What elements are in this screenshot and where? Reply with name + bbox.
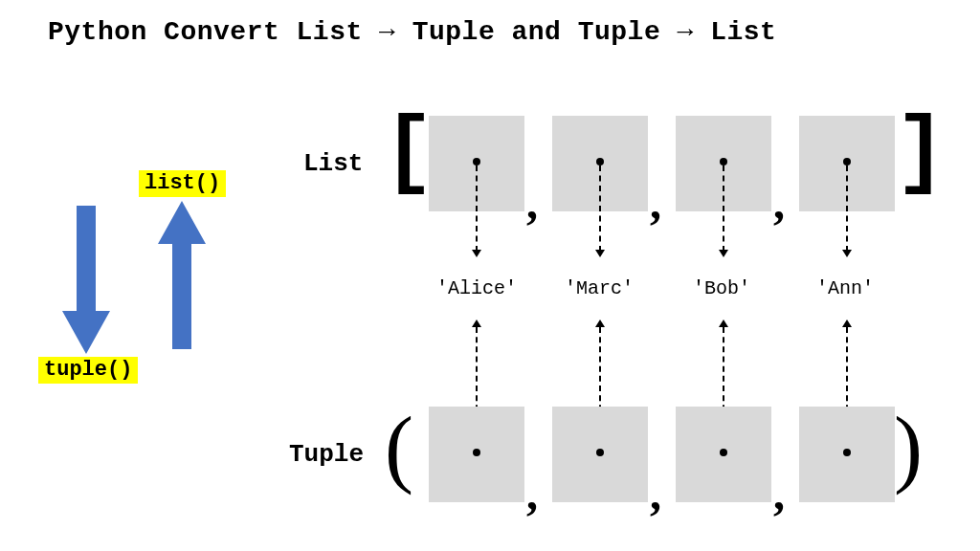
list-dot-2 (720, 158, 727, 165)
element-3: 'Ann' (816, 277, 874, 299)
list-pointer-1 (599, 165, 601, 252)
list-close-bracket: ] (895, 110, 947, 196)
arrow-right-icon: → (678, 17, 694, 47)
tuple-open-paren: ( (385, 405, 413, 491)
arrow-down-icon (57, 206, 115, 359)
arrow-right-icon: → (379, 17, 395, 47)
list-dot-3 (843, 158, 851, 165)
up-arrowhead-icon (595, 320, 605, 327)
list-dot-0 (473, 158, 480, 165)
down-arrowhead-icon (842, 250, 852, 257)
tuple-comma-0: , (526, 471, 538, 517)
list-label: List (303, 149, 363, 178)
up-arrowhead-icon (472, 320, 481, 327)
title-text-2: Tuple and Tuple (395, 17, 677, 47)
tuple-comma-2: , (773, 471, 785, 517)
title-text-1: Python Convert List (48, 17, 379, 47)
down-arrowhead-icon (595, 250, 605, 257)
tuple-dot-0 (473, 449, 480, 456)
list-comma-2: , (773, 180, 785, 226)
list-pointer-3 (846, 165, 848, 252)
title-text-3: List (694, 17, 777, 47)
element-2: 'Bob' (693, 277, 750, 299)
tuple-dot-1 (596, 449, 604, 456)
down-arrowhead-icon (472, 250, 481, 257)
tuple-function-label: tuple() (38, 357, 138, 384)
tuple-comma-1: , (650, 471, 661, 517)
tuple-close-paren: ) (894, 405, 923, 491)
element-0: 'Alice' (436, 277, 517, 299)
svg-marker-0 (62, 206, 110, 354)
list-function-label: list() (139, 170, 226, 197)
list-pointer-0 (476, 165, 478, 252)
svg-marker-1 (158, 201, 206, 349)
up-arrowhead-icon (719, 320, 728, 327)
list-pointer-2 (723, 165, 724, 252)
element-1: 'Marc' (565, 277, 634, 299)
diagram-title: Python Convert List → Tuple and Tuple → … (48, 17, 776, 47)
arrow-up-icon (153, 196, 211, 349)
list-dot-1 (596, 158, 604, 165)
down-arrowhead-icon (719, 250, 728, 257)
tuple-dot-3 (843, 449, 851, 456)
list-comma-0: , (526, 180, 538, 226)
list-comma-1: , (650, 180, 661, 226)
tuple-label: Tuple (289, 440, 364, 469)
tuple-dot-2 (720, 449, 727, 456)
up-arrowhead-icon (842, 320, 852, 327)
list-open-bracket: [ (383, 110, 434, 196)
